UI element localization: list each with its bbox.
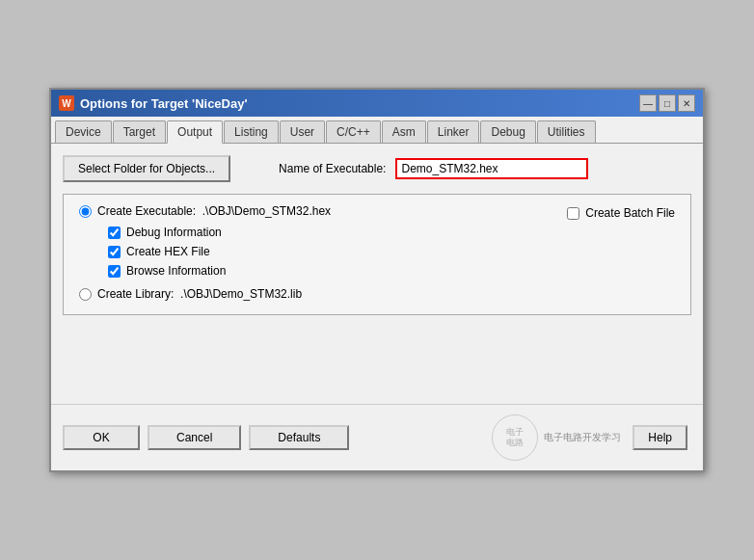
create-hex-checkbox[interactable] bbox=[108, 246, 121, 258]
title-bar-buttons: — □ ✕ bbox=[639, 94, 695, 112]
select-folder-button[interactable]: Select Folder for Objects... bbox=[63, 155, 230, 182]
tab-bar: Device Target Output Listing User C/C++ … bbox=[51, 117, 703, 144]
name-executable-label: Name of Executable: bbox=[279, 162, 386, 175]
debug-info-checkbox[interactable] bbox=[108, 227, 121, 239]
debug-info-row: Debug Information bbox=[108, 226, 675, 239]
options-group: Create Executable: .\OBJ\Demo_STM32.hex … bbox=[63, 194, 691, 315]
create-executable-radio[interactable] bbox=[79, 205, 92, 218]
tab-cpp[interactable]: C/C++ bbox=[326, 120, 381, 143]
top-row: Select Folder for Objects... Name of Exe… bbox=[63, 155, 691, 182]
title-bar: W Options for Target 'NiceDay' — □ ✕ bbox=[51, 90, 703, 117]
footer: OK Cancel Defaults 电子电路 电子电路开发学习 Help bbox=[51, 404, 703, 470]
main-window: W Options for Target 'NiceDay' — □ ✕ Dev… bbox=[49, 88, 705, 472]
minimize-button[interactable]: — bbox=[639, 94, 657, 112]
debug-info-label: Debug Information bbox=[126, 226, 222, 239]
defaults-button[interactable]: Defaults bbox=[249, 425, 349, 450]
tab-linker[interactable]: Linker bbox=[427, 120, 480, 143]
tab-output[interactable]: Output bbox=[167, 120, 223, 144]
create-library-label: Create Library: .\OBJ\Demo_STM32.lib bbox=[97, 287, 302, 301]
window-title: Options for Target 'NiceDay' bbox=[80, 96, 248, 111]
tab-utilities[interactable]: Utilities bbox=[537, 120, 596, 143]
create-library-row: Create Library: .\OBJ\Demo_STM32.lib bbox=[79, 287, 675, 301]
create-batch-label: Create Batch File bbox=[585, 206, 675, 220]
checkbox-group: Debug Information Create HEX File Browse… bbox=[108, 226, 675, 278]
watermark-text: 电子电路开发学习 bbox=[544, 431, 621, 444]
spacer bbox=[63, 315, 691, 392]
create-hex-row: Create HEX File bbox=[108, 245, 675, 258]
ok-button[interactable]: OK bbox=[63, 425, 140, 450]
tab-target[interactable]: Target bbox=[113, 120, 166, 143]
create-executable-label: Create Executable: .\OBJ\Demo_STM32.hex bbox=[97, 204, 331, 218]
tab-debug[interactable]: Debug bbox=[480, 120, 535, 143]
create-library-radio[interactable] bbox=[79, 288, 92, 301]
maximize-button[interactable]: □ bbox=[659, 94, 676, 112]
tab-listing[interactable]: Listing bbox=[224, 120, 279, 143]
tab-device[interactable]: Device bbox=[55, 120, 112, 143]
app-icon: W bbox=[59, 95, 74, 111]
browse-info-checkbox[interactable] bbox=[108, 265, 121, 278]
executable-input[interactable] bbox=[395, 158, 588, 179]
create-hex-label: Create HEX File bbox=[126, 245, 210, 258]
create-batch-checkbox[interactable] bbox=[567, 207, 579, 220]
close-button[interactable]: ✕ bbox=[678, 94, 695, 112]
tab-user[interactable]: User bbox=[280, 120, 325, 143]
tab-asm[interactable]: Asm bbox=[382, 120, 426, 143]
browse-info-label: Browse Information bbox=[126, 264, 226, 278]
footer-area: OK Cancel Defaults 电子电路 电子电路开发学习 Help bbox=[51, 404, 703, 470]
create-batch-row: Create Batch File bbox=[567, 206, 675, 220]
content-area: Select Folder for Objects... Name of Exe… bbox=[51, 144, 703, 404]
cancel-button[interactable]: Cancel bbox=[148, 425, 241, 450]
help-button[interactable]: Help bbox=[633, 425, 687, 450]
title-bar-left: W Options for Target 'NiceDay' bbox=[59, 95, 248, 111]
watermark-logo: 电子电路 bbox=[492, 414, 538, 461]
browse-info-row: Browse Information bbox=[108, 264, 675, 278]
